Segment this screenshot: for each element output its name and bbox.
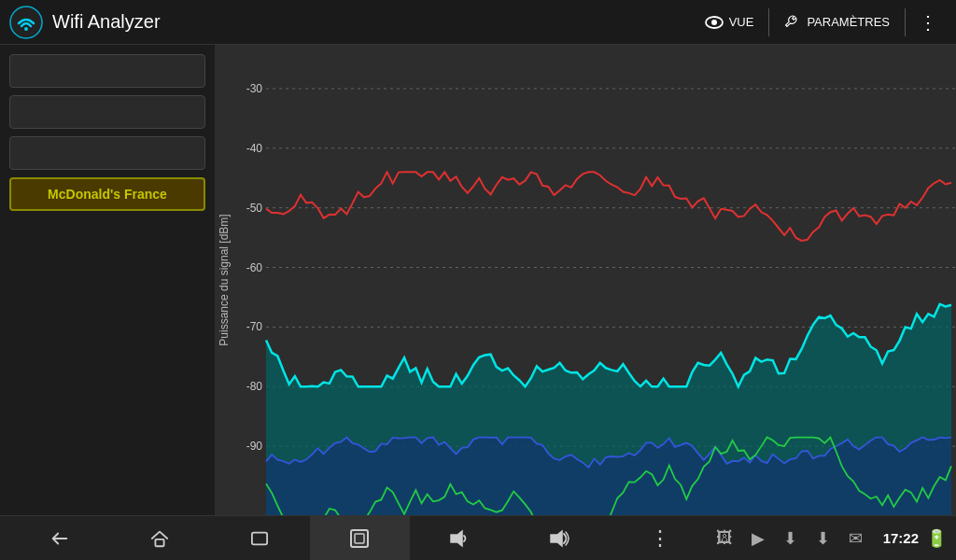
svg-rect-7 [355, 534, 364, 543]
vol-up-button[interactable] [510, 516, 610, 560]
clock: 17:22 [883, 530, 919, 546]
home-icon [149, 528, 170, 549]
vue-button[interactable]: VUE [694, 9, 766, 35]
svg-rect-6 [351, 530, 368, 547]
signal-chart [215, 45, 956, 515]
svg-marker-8 [451, 531, 462, 546]
app-title: Wifi Analyzer [52, 11, 694, 33]
screenshot-icon [348, 527, 371, 550]
recent-button[interactable] [209, 516, 309, 560]
recent-icon [249, 530, 270, 547]
more-icon: ⋮ [650, 526, 670, 551]
svg-marker-9 [551, 531, 562, 546]
download-icon: ⬇ [778, 525, 803, 553]
svg-point-3 [711, 20, 717, 25]
divider2 [905, 8, 906, 36]
image-icon: 🖼 [710, 525, 738, 552]
play-icon: ▶ [746, 525, 770, 553]
home-button[interactable] [109, 516, 209, 560]
sidebar: McDonald's France [0, 45, 215, 515]
volume-up-icon [549, 528, 571, 549]
volume-down-icon [449, 528, 471, 549]
network-item-mcdonalds[interactable]: McDonald's France [9, 177, 205, 211]
chart-container [215, 45, 956, 515]
download2-icon: ⬇ [810, 525, 836, 553]
overflow-menu-button[interactable]: ⋮ [909, 6, 947, 39]
network-item-1[interactable] [9, 54, 205, 88]
divider [768, 8, 769, 36]
network-item-3[interactable] [9, 136, 205, 170]
parametres-button[interactable]: PARAMÈTRES [773, 8, 901, 36]
app-icon [9, 6, 43, 39]
more-button[interactable]: ⋮ [610, 516, 710, 560]
status-bar: 🖼 ▶ ⬇ ⬇ ✉ 17:22 🔋 [710, 525, 947, 553]
eye-icon [705, 16, 724, 29]
main-area: McDonald's France [0, 45, 956, 515]
vol-down-button[interactable] [410, 516, 510, 560]
svg-rect-5 [252, 532, 267, 544]
back-button[interactable] [9, 516, 109, 560]
topbar: Wifi Analyzer VUE PARAMÈTRES ⋮ [0, 0, 956, 45]
network-item-2[interactable] [9, 95, 205, 129]
wrench-icon [784, 14, 801, 31]
svg-rect-4 [155, 539, 163, 545]
bottombar: ⋮ 🖼 ▶ ⬇ ⬇ ✉ 17:22 🔋 [0, 515, 956, 560]
back-icon [49, 528, 70, 549]
screenshot-button[interactable] [310, 516, 410, 560]
mail-icon: ✉ [843, 525, 868, 553]
svg-point-1 [24, 27, 28, 31]
battery-icon: 🔋 [926, 528, 947, 549]
